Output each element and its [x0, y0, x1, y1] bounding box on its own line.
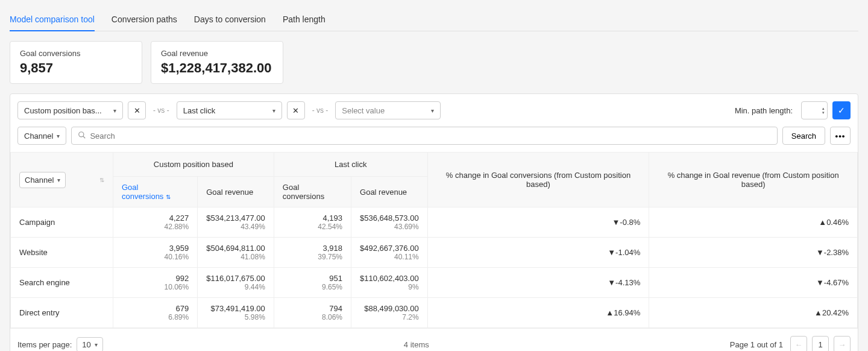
cell-conv2: 7948.06% [274, 298, 351, 328]
column-revenue-1[interactable]: Goal revenue [198, 177, 274, 207]
table-row: Search engine99210.06%$116,017,675.009.4… [11, 268, 858, 298]
cell-conv1: 3,95940.16% [113, 238, 198, 268]
cell-change-conv: ▼-4.13% [427, 268, 649, 298]
channel-select-value: Channel [25, 176, 54, 185]
model2-select[interactable]: Last click ▾ [177, 101, 282, 119]
check-icon: ✓ [838, 106, 845, 115]
vs-label: - vs - [151, 106, 172, 115]
table-row: Campaign4,22742.88%$534,213,477.0043.49%… [11, 207, 858, 238]
tab-model-comparison[interactable]: Model comparison tool [10, 10, 95, 31]
group-header-model2: Last click [274, 153, 427, 177]
main-panel: Custom position bas... ▾ ✕ - vs - Last c… [10, 93, 858, 351]
svg-line-1 [83, 136, 86, 138]
column-channel-header: Channel ▾ ⇅ [11, 153, 113, 207]
model1-select[interactable]: Custom position bas... ▾ [17, 101, 123, 119]
search-input-wrapper[interactable] [71, 127, 777, 145]
min-path-label: Min. path length: [735, 106, 793, 115]
search-icon [78, 131, 86, 141]
close-icon: ✕ [134, 106, 140, 115]
chevron-down-icon: ▾ [431, 107, 434, 114]
cell-change-rev: ▼-2.38% [649, 238, 858, 268]
arrow-left-icon: ← [795, 340, 803, 349]
group-header-model1: Custom position based [113, 153, 274, 177]
table-row: Direct entry6796.89%$73,491,419.005.98%7… [11, 298, 858, 328]
cell-conv1: 99210.06% [113, 268, 198, 298]
next-page-button[interactable]: → [834, 336, 851, 351]
cell-change-rev: ▲20.42% [649, 298, 858, 328]
clear-model2-button[interactable]: ✕ [287, 101, 305, 119]
arrow-right-icon: → [838, 340, 846, 349]
column-conversions-1[interactable]: Goal conversions⇅ [113, 177, 198, 207]
card-goal-revenue: Goal revenue $1,228,417,382.00 [151, 41, 283, 84]
chevron-down-icon: ▾ [57, 133, 60, 139]
column-conversions-2[interactable]: Goal conversions [274, 177, 351, 207]
model-filter-bar: Custom position bas... ▾ ✕ - vs - Last c… [10, 101, 858, 127]
pagination: Items per page: 10 ▾ 4 items Page 1 out … [10, 328, 858, 351]
cell-conv1: 6796.89% [113, 298, 198, 328]
chevron-down-icon: ▾ [57, 177, 60, 183]
apply-button[interactable]: ✓ [832, 101, 851, 119]
clear-model1-button[interactable]: ✕ [128, 101, 146, 119]
kebab-icon: ••• [835, 131, 846, 141]
search-bar: Channel ▾ Search ••• [10, 127, 858, 152]
cell-channel: Search engine [11, 268, 113, 298]
tabs: Model comparison tool Conversion paths D… [10, 10, 858, 31]
cell-channel: Website [11, 238, 113, 268]
column-revenue-2[interactable]: Goal revenue [351, 177, 428, 207]
cell-rev1: $504,694,811.0041.08% [198, 238, 274, 268]
cell-channel: Campaign [11, 207, 113, 238]
cell-rev1: $116,017,675.009.44% [198, 268, 274, 298]
tab-conversion-paths[interactable]: Conversion paths [112, 10, 177, 31]
cell-conv2: 9519.65% [274, 268, 351, 298]
tab-path-length[interactable]: Path length [283, 10, 326, 31]
groupby-select[interactable]: Channel ▾ [17, 127, 66, 145]
column-change-conversions[interactable]: % change in Goal conversions (from Custo… [427, 153, 649, 207]
column-change-revenue[interactable]: % change in Goal revenue (from Custom po… [649, 153, 858, 207]
model3-placeholder: Select value [342, 106, 385, 115]
card-goal-conversions: Goal conversions 9,857 [10, 41, 142, 84]
prev-page-button[interactable]: ← [790, 336, 807, 351]
data-table: Channel ▾ ⇅ Custom position based Last c… [10, 152, 858, 328]
model1-value: Custom position bas... [24, 106, 102, 115]
search-input[interactable] [90, 131, 770, 141]
items-per-page-value: 10 [82, 340, 90, 349]
cell-rev2: $492,667,376.0040.11% [351, 238, 428, 268]
tab-days-to-conversion[interactable]: Days to conversion [194, 10, 266, 31]
summary-cards: Goal conversions 9,857 Goal revenue $1,2… [10, 41, 858, 84]
vs-label: - vs - [310, 106, 331, 115]
chevron-down-icon: ▾ [113, 107, 116, 114]
cell-conv1: 4,22742.88% [113, 207, 198, 238]
svg-point-0 [79, 131, 84, 136]
cell-channel: Direct entry [11, 298, 113, 328]
more-options-button[interactable]: ••• [830, 127, 851, 145]
table-row: Website3,95940.16%$504,694,811.0041.08%3… [11, 238, 858, 268]
card-value: 9,857 [20, 60, 132, 76]
chevron-down-icon: ▾ [95, 341, 98, 348]
model2-value: Last click [183, 106, 215, 115]
search-button[interactable]: Search [782, 127, 825, 145]
cell-rev2: $110,602,403.009% [351, 268, 428, 298]
card-label: Goal revenue [161, 49, 273, 58]
cell-rev1: $73,491,419.005.98% [198, 298, 274, 328]
cell-change-rev: ▲0.46% [649, 207, 858, 238]
cell-change-rev: ▼-4.67% [649, 268, 858, 298]
page-input[interactable]: 1 [812, 336, 829, 351]
chevron-down-icon: ▾ [272, 107, 275, 114]
sort-down-icon: ⇅ [166, 194, 171, 200]
cell-change-conv: ▼-1.04% [427, 238, 649, 268]
channel-select[interactable]: Channel ▾ [19, 172, 66, 188]
cell-rev2: $88,499,030.007.2% [351, 298, 428, 328]
cell-change-conv: ▼-0.8% [427, 207, 649, 238]
stepper-icon: ▴▾ [822, 106, 825, 115]
item-count: 4 items [103, 340, 730, 349]
model3-select[interactable]: Select value ▾ [335, 101, 441, 119]
sort-icon[interactable]: ⇅ [99, 177, 104, 183]
min-path-input[interactable]: ▴▾ [801, 101, 828, 119]
cell-conv2: 4,19342.54% [274, 207, 351, 238]
items-per-page-label: Items per page: [17, 340, 72, 349]
card-label: Goal conversions [20, 49, 132, 58]
items-per-page-select[interactable]: 10 ▾ [77, 337, 102, 352]
groupby-value: Channel [24, 131, 53, 141]
card-value: $1,228,417,382.00 [161, 60, 273, 76]
cell-rev1: $534,213,477.0043.49% [198, 207, 274, 238]
